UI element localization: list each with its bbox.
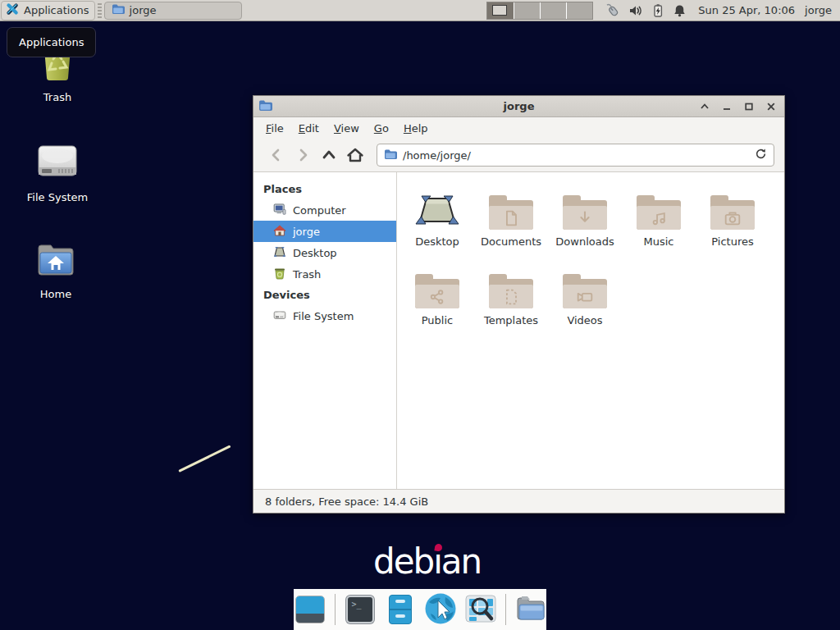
dock-show-desktop-button[interactable]: [294, 594, 326, 625]
top-panel: Applications jorge: [0, 0, 840, 21]
applications-button-label: Applications: [24, 4, 89, 16]
folder-item-desktop[interactable]: Desktop: [400, 184, 474, 262]
workspace-3[interactable]: [540, 2, 566, 19]
taskbar-button-jorge[interactable]: jorge: [104, 2, 243, 20]
folder-item-downloads[interactable]: Downloads: [548, 184, 622, 262]
panel-username[interactable]: jorge: [805, 4, 832, 16]
debian-logo: debian: [373, 541, 480, 581]
folder-icon-download-arrow: [563, 195, 607, 230]
folder-icon-music-notes: [637, 195, 681, 230]
drive-small-icon: [273, 308, 286, 324]
folder-label: Public: [422, 314, 453, 326]
sidebar-item-trash[interactable]: Trash: [253, 263, 396, 285]
window-body: Places Computer: [253, 172, 784, 489]
folder-label: Desktop: [415, 235, 459, 248]
menu-view[interactable]: View: [326, 119, 367, 138]
sidebar: Places Computer: [253, 172, 397, 489]
folder-label: Downloads: [555, 235, 614, 248]
stray-cursor-line: [178, 445, 231, 472]
status-text: 8 folders, Free space: 14.4 GiB: [265, 495, 428, 508]
desktop-screen: Applications jorge: [0, 0, 840, 630]
dock-separator: [335, 594, 336, 625]
show-desktop-icon: [295, 596, 325, 623]
sidebar-item-computer[interactable]: Computer: [253, 199, 396, 221]
panel-clock[interactable]: Sun 25 Apr, 10:06: [698, 4, 795, 16]
home-folder-icon: [33, 240, 79, 283]
folder-item-videos[interactable]: Videos: [548, 262, 622, 341]
applications-tooltip: Applications: [7, 27, 96, 57]
reload-icon[interactable]: [755, 148, 767, 162]
mouse-icon[interactable]: [605, 3, 621, 18]
computer-icon: [273, 203, 286, 218]
folder-icon-camera: [710, 195, 755, 230]
folder-view: Desktop Documents: [397, 172, 784, 489]
forward-button[interactable]: [290, 144, 316, 167]
dock-file-manager-button[interactable]: [515, 594, 546, 625]
folder-label: Templates: [484, 314, 538, 326]
battery-icon[interactable]: [651, 3, 665, 18]
sidebar-item-filesystem[interactable]: File System: [253, 305, 396, 326]
workspace-1[interactable]: [487, 2, 514, 19]
folder-item-pictures[interactable]: Pictures: [696, 184, 769, 262]
maximize-button[interactable]: [742, 100, 756, 113]
close-button[interactable]: [765, 100, 778, 113]
home-icon: [273, 224, 286, 240]
folder-item-documents[interactable]: Documents: [474, 184, 548, 262]
workspace-2[interactable]: [514, 2, 540, 19]
dock-web-browser-button[interactable]: [425, 594, 456, 625]
folder-icon: [112, 3, 125, 17]
taskbar-button-label: jorge: [130, 4, 157, 16]
desktop-icon-label: File System: [27, 191, 88, 203]
desktop-icon-label: Home: [40, 288, 71, 300]
folder-icon-share-nodes: [415, 274, 459, 308]
desktop-icon-home[interactable]: Home: [11, 240, 101, 300]
bottom-dock: >_: [294, 589, 546, 630]
workspace-4[interactable]: [566, 2, 592, 19]
volume-icon[interactable]: [628, 3, 643, 18]
desktop-icon: [273, 245, 286, 261]
path-input[interactable]: /home/jorge/: [377, 144, 774, 167]
toolbar: /home/jorge/: [253, 139, 784, 172]
up-button[interactable]: [316, 144, 342, 167]
path-text: /home/jorge/: [403, 149, 749, 162]
shade-button[interactable]: [698, 100, 711, 113]
folder-label: Documents: [481, 235, 541, 248]
back-button[interactable]: [263, 144, 290, 167]
menu-file[interactable]: File: [258, 119, 291, 138]
panel-handle[interactable]: [98, 3, 101, 18]
window-titlebar[interactable]: jorge: [253, 96, 784, 117]
statusbar: 8 folders, Free space: 14.4 GiB: [253, 489, 784, 513]
menu-edit[interactable]: Edit: [291, 119, 326, 138]
folder-item-public[interactable]: Public: [400, 262, 474, 341]
hard-drive-icon: [34, 136, 80, 186]
desktop-special-icon: [414, 184, 460, 230]
folder-label: Music: [644, 235, 674, 248]
dock-application-finder-button[interactable]: [465, 594, 496, 625]
path-folder-icon: [384, 148, 397, 162]
dock-terminal-button[interactable]: >_: [345, 594, 376, 625]
sidebar-item-jorge[interactable]: jorge: [253, 221, 396, 242]
application-finder-icon: [464, 592, 497, 628]
menu-go[interactable]: Go: [367, 119, 396, 138]
sidebar-item-desktop[interactable]: Desktop: [253, 242, 396, 263]
system-tray: [605, 3, 687, 18]
folder-item-templates[interactable]: Templates: [474, 262, 548, 341]
bell-icon[interactable]: [673, 3, 687, 18]
applications-button[interactable]: Applications: [1, 1, 95, 21]
menu-help[interactable]: Help: [396, 119, 436, 138]
sidebar-item-label: jorge: [293, 226, 320, 238]
folder-label: Pictures: [711, 235, 753, 248]
dock-file-cabinet-button[interactable]: [385, 594, 416, 625]
home-button[interactable]: [342, 144, 368, 167]
sidebar-item-label: Trash: [293, 268, 321, 281]
minimize-button[interactable]: [720, 100, 733, 113]
dock-separator: [505, 594, 506, 625]
desktop-icon-label: Trash: [43, 91, 71, 103]
sidebar-item-label: Computer: [293, 204, 346, 217]
folder-label: Videos: [567, 314, 602, 326]
terminal-icon: >_: [346, 596, 374, 623]
xfce-logo-icon: [5, 2, 20, 19]
file-cabinet-icon: [389, 595, 412, 624]
desktop-icon-filesystem[interactable]: File System: [12, 136, 103, 203]
folder-item-music[interactable]: Music: [622, 184, 696, 262]
